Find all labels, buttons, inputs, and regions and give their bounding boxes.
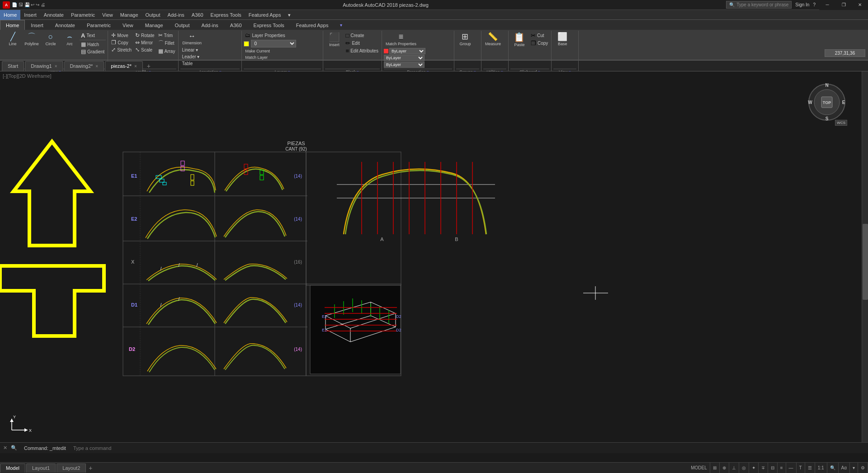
tab-a360[interactable]: A360 [224,20,248,30]
layout2-tab[interactable]: Layout2 [57,464,86,473]
array-btn[interactable]: ▦ Array [157,47,177,55]
copy-btn[interactable]: ❐ Copy [110,39,133,46]
coord-display[interactable]: 237,31,36 [825,49,865,57]
menu-featured[interactable]: Featured Apps [245,10,285,20]
group-btn[interactable]: ⊞ Group [456,32,474,47]
status-otrack[interactable]: ∓ [759,463,768,473]
status-zoom[interactable]: 🔍 [827,463,839,473]
tab-view[interactable]: View [117,20,139,30]
status-ducs[interactable]: ⊟ [768,463,778,473]
tab-home[interactable]: Home [0,20,25,30]
scrollbar-thumb[interactable] [863,224,868,300]
tab-addins[interactable]: Add-ins [196,20,224,30]
leader-btn[interactable]: Leader ▾ [180,54,235,60]
match-layer-btn[interactable]: Match Layer [244,55,297,60]
minimize-btn[interactable]: ─ [819,0,835,10]
tab-drawing2-close[interactable]: × [95,64,98,69]
linetype-dropdown[interactable]: ByLayer [384,55,425,61]
linear-btn[interactable]: Linear ▾ [180,47,235,53]
menu-express[interactable]: Express Tools [207,10,245,20]
mirror-btn[interactable]: ⇔ Mirror [134,39,156,46]
menu-insert[interactable]: Insert [20,10,40,20]
command-input[interactable] [70,445,868,451]
status-snap[interactable]: ⊕ [720,463,729,473]
status-annotation[interactable]: Aα [839,463,850,473]
search-box[interactable]: 🔍 Type a keyword or phrase [726,1,792,9]
fillet-btn[interactable]: ⌒ Fillet [157,39,177,47]
tab-output[interactable]: Output [169,20,196,30]
status-model[interactable]: MODEL [688,463,710,473]
menu-annotate[interactable]: Annotate [40,10,67,20]
close-btn[interactable]: ✕ [852,0,868,10]
move-btn[interactable]: ✛ Move [110,32,133,39]
polyline-btn[interactable]: ⌒ Polyline [23,32,41,47]
layer-props-btn[interactable]: 🗂 Layer Properties [244,32,286,39]
status-settings[interactable]: ⚙ [858,463,868,473]
scale-btn[interactable]: ⤡ Scale [134,46,156,53]
status-polar[interactable]: ◎ [739,463,749,473]
table-btn[interactable]: Table [180,61,235,66]
tab-manage[interactable]: Manage [139,20,169,30]
menu-more[interactable]: ▾ [284,10,294,20]
menu-a360[interactable]: A360 [188,10,207,20]
edit-block-btn[interactable]: ✏ Edit [344,39,379,47]
cmd-icon2[interactable]: 🔍 [9,445,19,451]
scrollbar-vertical[interactable] [862,71,868,452]
tab-annotate[interactable]: Annotate [49,20,81,30]
edit-attributes-btn[interactable]: ≡ Edit Attributes [344,47,379,55]
copy-clip-btn[interactable]: ❐ Copy [529,39,549,47]
cmd-icon1[interactable]: ✕ [2,445,9,451]
tab-piezas2[interactable]: piezas-2* × [105,61,143,71]
create-btn[interactable]: □ Create [344,32,379,39]
rotate-btn[interactable]: ↻ Rotate [134,32,156,39]
stretch-btn[interactable]: ⤢ Stretch [110,46,133,53]
tab-featured[interactable]: Featured Apps [290,20,335,30]
menu-manage[interactable]: Manage [117,10,142,20]
lineweight-dropdown[interactable]: ByLayer [384,61,425,68]
make-current-btn[interactable]: Make Current [244,48,297,54]
menu-parametric[interactable]: Parametric [67,10,99,20]
status-grid[interactable]: ⊞ [710,463,720,473]
tab-parametric[interactable]: Parametric [81,20,117,30]
base-btn[interactable]: ⬜ Base [553,32,571,47]
layer-dropdown[interactable]: 0 [251,40,296,47]
line-btn[interactable]: ╱ Line [4,32,22,47]
status-scale[interactable]: 1:1 [815,463,827,473]
status-osnap[interactable]: ✦ [749,463,759,473]
menu-addins[interactable]: Add-ins [164,10,188,20]
match-props-btn[interactable]: ≡ Match Properties [384,32,418,47]
compass[interactable]: TOP N S W E WCS [807,80,847,126]
status-workspace[interactable]: ▾ [850,463,858,473]
tab-insert[interactable]: Insert [25,20,49,30]
menu-view[interactable]: View [99,10,117,20]
insert-btn[interactable]: ⬛ Insert [325,32,343,48]
trim-btn[interactable]: ✂ Trim [157,32,177,39]
help-icon[interactable]: ? [813,2,816,7]
gradient-btn[interactable]: ▤ Gradient [80,48,106,55]
tab-drawing2[interactable]: Drawing2* × [64,61,104,71]
tab-custom[interactable]: ▾ [334,20,348,30]
status-customization[interactable]: ☰ [805,463,815,473]
tab-start[interactable]: Start [2,61,24,71]
status-lwt[interactable]: — [786,463,797,473]
measure-btn[interactable]: 📏 Measure [483,32,503,47]
dimension-btn[interactable]: ↔ Dimension [180,32,203,46]
tab-add-btn[interactable]: + [144,61,154,71]
tab-drawing1[interactable]: Drawing1 × [25,61,63,71]
circle-btn[interactable]: ○ Circle [42,32,60,47]
layout1-tab[interactable]: Layout1 [26,464,56,473]
paste-btn[interactable]: 📋 Paste [510,32,528,48]
restore-btn[interactable]: ❐ [835,0,852,10]
color-dropdown[interactable]: ByLayer [389,48,425,54]
status-tpy[interactable]: T [797,463,805,473]
tab-drawing1-close[interactable]: × [55,64,57,69]
menu-output[interactable]: Output [142,10,164,20]
menu-home[interactable]: Home [0,10,20,20]
signin-btn[interactable]: Sign In [795,2,809,7]
model-tab[interactable]: Model [0,464,25,473]
arc-btn[interactable]: ⌢ Arc [61,32,79,47]
draw-canvas[interactable]: PIEZAS CANT (92) E1 E2 X D1 D2 (14) (14)… [0,71,868,452]
text-btn[interactable]: A Text [80,32,106,39]
status-ortho[interactable]: ⊥ [729,463,739,473]
tab-piezas2-close[interactable]: × [134,64,137,69]
